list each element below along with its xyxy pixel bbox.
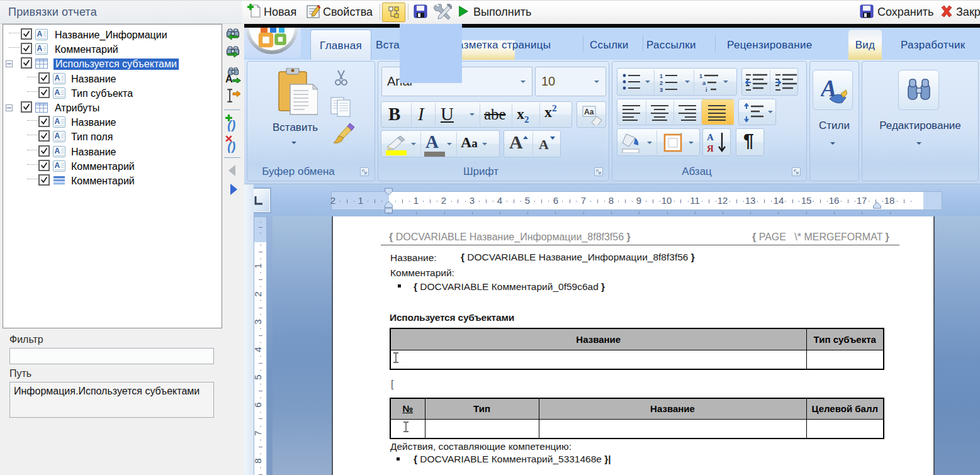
svg-text:A: A (37, 44, 43, 53)
svg-text:1: 1 (699, 73, 702, 79)
svg-text:(): () (227, 118, 235, 131)
svg-text:A: A (37, 30, 43, 38)
svg-text:(): () (227, 140, 235, 153)
svg-text:1: 1 (660, 73, 663, 79)
svg-text:2: 2 (660, 80, 663, 86)
svg-text:A: A (225, 73, 233, 83)
svg-text:A: A (55, 147, 60, 155)
svg-text:i: i (706, 87, 707, 92)
svg-text:A: A (55, 117, 60, 126)
svg-text:A: A (55, 88, 60, 97)
svg-text:Aa: Aa (584, 108, 594, 116)
svg-text:3: 3 (660, 87, 663, 92)
svg-text:A: A (55, 161, 60, 170)
svg-text:A: A (55, 74, 60, 82)
svg-text:a: a (702, 80, 706, 86)
svg-text:A: A (55, 131, 60, 140)
svg-text:А: А (707, 132, 714, 142)
svg-text:Я: Я (707, 143, 714, 154)
